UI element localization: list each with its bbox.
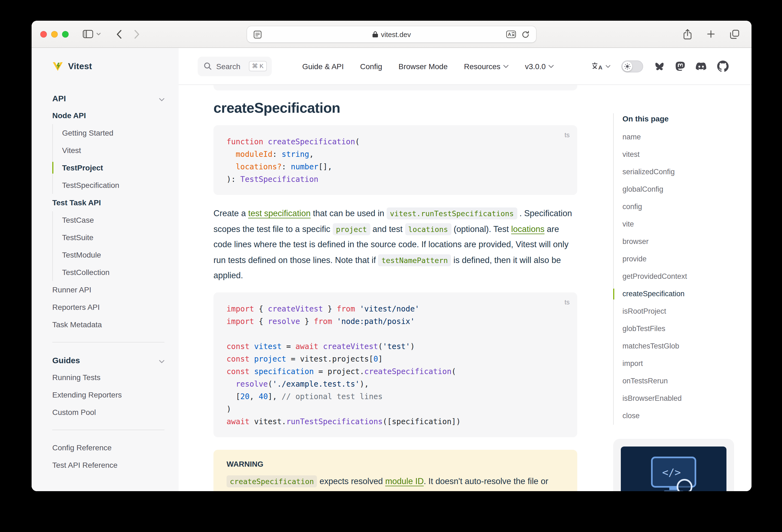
toc-item-getprovidedcontext[interactable]: getProvidedContext [623,268,734,285]
nav-right-group: A [592,60,728,72]
sidebar-item-testcase[interactable]: TestCase [62,211,165,229]
sidebar-item-task-metadata[interactable]: Task Metadata [52,316,165,333]
discord-icon[interactable] [696,62,707,71]
mastodon-icon[interactable] [675,61,685,71]
top-nav: Search ⌘ K Guide & API Config Browser Mo… [179,48,751,85]
sidebar-section-api[interactable]: API [52,89,165,107]
page-settings-icon[interactable] [253,30,262,38]
toc-item-config[interactable]: config [623,198,734,216]
search-icon [204,62,212,70]
toc-item-vite[interactable]: vite [623,216,734,233]
code-line: [20, 40], // optional test lines [226,390,564,403]
code-line: const vitest = await createVitest('test'… [226,340,564,353]
sidebar-item-testcollection[interactable]: TestCollection [62,263,165,281]
minimize-window-button[interactable] [51,31,58,37]
github-icon[interactable] [717,61,728,72]
outline-rail: On this page namevitestserializedConfigg… [613,113,734,425]
warning-title: WARNING [226,459,564,468]
sidebar-item-vitest[interactable]: Vitest [62,142,165,159]
doc-main: createSpecification ts function createSp… [213,85,577,491]
sidebar-item-running-tests[interactable]: Running Tests [52,369,165,386]
sidebar-item-node-api[interactable]: Node API [52,107,165,124]
signature-code-block: ts function createSpecification( moduleI… [213,125,577,195]
text-run: Create a [213,209,248,218]
toc-item-provide[interactable]: provide [623,250,734,268]
sidebar-item-config-reference[interactable]: Config Reference [52,439,165,456]
sidebar-section-guides[interactable]: Guides [52,351,165,369]
code-language-label: ts [564,129,570,142]
sidebar-item-getting-started[interactable]: Getting Started [62,124,165,142]
tab-overview-icon[interactable] [730,29,740,39]
code-line: const project = vitest.projects[0] [226,353,564,365]
language-menu[interactable]: A [592,62,610,71]
code-language-label: ts [564,296,570,309]
zoom-window-button[interactable] [62,31,69,37]
site-title: Vitest [68,62,92,71]
sidebar-nav: APINode APIGetting StartedVitestTestProj… [52,89,165,474]
browser-toolbar: vitest.dev A [32,21,751,48]
svg-text:A: A [598,64,602,70]
toc-item-import[interactable]: import [623,355,734,373]
code-line: moduleId: string, [226,148,564,161]
back-button[interactable] [116,29,122,39]
code-line: locations?: number[], [226,161,564,173]
inline-link[interactable]: test specification [248,209,311,218]
address-bar[interactable]: vitest.dev A [247,26,536,42]
new-tab-icon[interactable] [706,29,716,39]
page-body: createSpecification ts function createSp… [179,85,751,491]
code-line [226,327,564,340]
toc-item-globalconfig[interactable]: globalConfig [623,181,734,198]
share-icon[interactable] [683,29,692,39]
toc-item-close[interactable]: close [623,407,734,425]
sidebar-item-testspecification[interactable]: TestSpecification [62,176,165,194]
sidebar-item-testproject[interactable]: TestProject [62,159,165,176]
forward-button[interactable] [134,29,140,39]
toc-item-createspecification[interactable]: createSpecification [623,285,734,303]
toc-item-vitest[interactable]: vitest [623,146,734,163]
text-run: that can be used in [311,209,387,218]
sponsor-card[interactable]: </> [613,439,734,491]
sidebar-item-testmodule[interactable]: TestModule [62,246,165,263]
nav-link-config[interactable]: Config [360,62,382,71]
tab-group-chevron-icon[interactable] [96,33,101,35]
inline-code: testNamePattern [378,254,451,266]
nav-link-browser-mode[interactable]: Browser Mode [399,62,448,71]
search-input[interactable]: Search ⌘ K [198,56,272,76]
sidebar-item-runner-api[interactable]: Runner API [52,281,165,298]
sidebar-item-testsuite[interactable]: TestSuite [62,229,165,246]
toc-item-isbrowserenabled[interactable]: isBrowserEnabled [623,390,734,407]
sidebar-item-test-task-api[interactable]: Test Task API [52,194,165,211]
site-logo[interactable]: Vitest [52,48,165,85]
outline-title: On this page [623,113,734,124]
theme-toggle[interactable] [621,60,643,72]
toc-item-ontestsrerun[interactable]: onTestsRerun [623,373,734,390]
toc-item-matchestestglob[interactable]: matchesTestGlob [623,338,734,355]
reload-icon[interactable] [522,30,530,38]
toc-item-serializedconfig[interactable]: serializedConfig [623,163,734,181]
inline-code-link[interactable]: vitest.runTestSpecifications [387,208,517,219]
inline-link[interactable]: locations [511,224,544,233]
nav-dropdown-version[interactable]: v3.0.0 [525,62,554,71]
sidebar-item-reporters-api[interactable]: Reporters API [52,298,165,316]
code-line: ): TestSpecification [226,173,564,186]
nav-dropdown-resources[interactable]: Resources [464,62,509,71]
sidebar-item-test-api-reference[interactable]: Test API Reference [52,456,165,474]
sidebar-toggle-icon[interactable] [83,30,93,38]
close-window-button[interactable] [40,31,47,37]
toc-item-isrootproject[interactable]: isRootProject [623,303,734,320]
nav-link-guide-api[interactable]: Guide & API [302,62,344,71]
sidebar-item-custom-pool[interactable]: Custom Pool [52,403,165,421]
inline-link[interactable]: module ID [385,476,424,486]
language-icon: A [592,62,603,71]
traffic-lights [40,31,69,37]
sidebar-item-extending-reporters[interactable]: Extending Reporters [52,386,165,403]
toc-item-globtestfiles[interactable]: globTestFiles [623,320,734,338]
translate-icon[interactable]: A [506,31,516,38]
toc-item-name[interactable]: name [623,129,734,146]
toc-item-browser[interactable]: browser [623,233,734,250]
bluesky-icon[interactable] [654,61,665,71]
warning-callout: WARNING createSpecification expects reso… [213,450,577,491]
example-code-block: ts import { createVitest } from 'vitest/… [213,292,577,437]
svg-text:A: A [508,32,511,37]
code-lines: import { createVitest } from 'vitest/nod… [226,303,564,428]
